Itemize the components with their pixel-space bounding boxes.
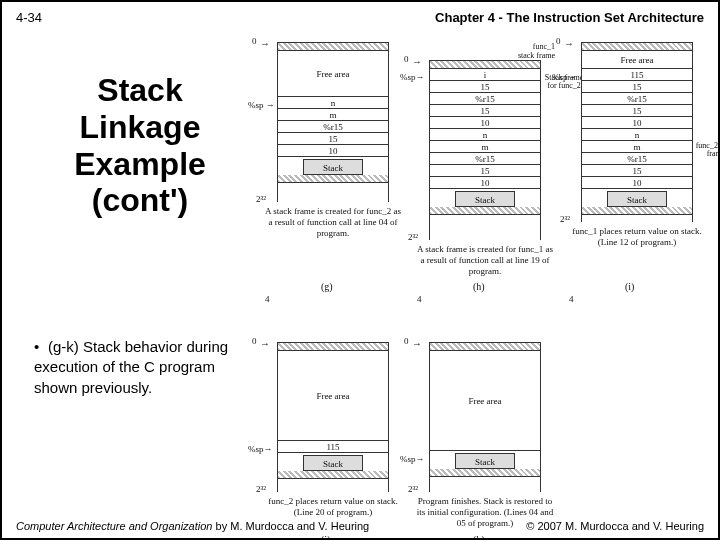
frame-top-label: func_1 stack frame bbox=[415, 42, 555, 60]
panel-i: 0 Free area %sp→ 115 15 %r15 15 10 n m %… bbox=[567, 42, 707, 326]
stack-label: Stack bbox=[455, 453, 515, 469]
stack-cell: 15 bbox=[430, 81, 540, 93]
zero-label: 0 bbox=[556, 36, 561, 46]
stack-cell: 15 bbox=[582, 105, 692, 117]
stack-cell: 10 bbox=[278, 145, 388, 157]
four-label: 4 bbox=[265, 294, 270, 304]
stack-cell: m bbox=[582, 141, 692, 153]
sp-label: %sp→ bbox=[400, 454, 425, 464]
two32-label: 2³² bbox=[408, 232, 418, 242]
caption-i: func_1 places return value on stack. (Li… bbox=[567, 226, 707, 248]
arrow-icon bbox=[260, 338, 270, 349]
caption-h: A stack frame is created for func_1 as a… bbox=[415, 244, 555, 276]
chapter-title: Chapter 4 - The Instruction Set Architec… bbox=[435, 10, 704, 25]
stack-cell: m bbox=[430, 141, 540, 153]
fig-id: (k) bbox=[473, 534, 485, 540]
stack-label: Stack bbox=[607, 191, 667, 207]
stack-label: Stack bbox=[455, 191, 515, 207]
stack-cell: 15 bbox=[278, 133, 388, 145]
stack-cell: 115 bbox=[278, 441, 388, 453]
stack-cell: %r15 bbox=[278, 121, 388, 133]
arrow-icon bbox=[564, 38, 574, 49]
four-label: 4 bbox=[417, 294, 422, 304]
free-area: Free area bbox=[278, 351, 388, 441]
caption-g: A stack frame is created for func_2 as a… bbox=[263, 206, 403, 238]
panel-h: func_1 stack frame 0 %sp→ Stack frame fo… bbox=[415, 42, 555, 326]
fig-id: (g) bbox=[321, 281, 333, 292]
stack-label: Stack bbox=[303, 159, 363, 175]
bullet-content: (g-k) Stack behavior during execution of… bbox=[34, 338, 228, 396]
stack-cell: m bbox=[278, 109, 388, 121]
stack-cell: %r15 bbox=[430, 153, 540, 165]
caption-j: func_2 places return value on stack. (Li… bbox=[263, 496, 403, 518]
panel-g: 0 Free area %sp → n m %r15 15 10 Stack 2… bbox=[263, 42, 403, 326]
stack-cell: 10 bbox=[430, 177, 540, 189]
stack-cell: 10 bbox=[430, 117, 540, 129]
stack-cell: 10 bbox=[582, 117, 692, 129]
stack-cell: n bbox=[430, 129, 540, 141]
sp-label: %sp→ bbox=[552, 72, 577, 82]
fig-id: (j) bbox=[321, 534, 330, 540]
zero-label: 0 bbox=[252, 336, 257, 346]
four-label: 4 bbox=[569, 294, 574, 304]
stack-cell: 15 bbox=[430, 105, 540, 117]
sp-label: %sp→ bbox=[400, 72, 425, 82]
figure-area: 0 Free area %sp → n m %r15 15 10 Stack 2… bbox=[262, 42, 708, 498]
panel-k: 0 Free area %sp→ Stack 2³² 4 (k) Program… bbox=[415, 342, 555, 540]
sp-label: %sp→ bbox=[248, 444, 273, 454]
panel-j: 0 Free area %sp→ 115 Stack 2³² 4 (j) fun… bbox=[263, 342, 403, 540]
two32-label: 2³² bbox=[560, 214, 570, 224]
slide-title: Stack Linkage Example (cont') bbox=[40, 72, 240, 219]
caption-k: Program finishes. Stack is restored to i… bbox=[415, 496, 555, 528]
zero-label: 0 bbox=[252, 36, 257, 46]
bracket-label: func_2 stack frame bbox=[694, 142, 720, 159]
stack-cell: i bbox=[430, 69, 540, 81]
stack-cell: 15 bbox=[430, 165, 540, 177]
free-area: Free area bbox=[582, 51, 692, 69]
stack-cell: 15 bbox=[582, 81, 692, 93]
stack-label: Stack bbox=[303, 455, 363, 471]
book-title: Computer Architecture and Organization bbox=[16, 520, 212, 532]
bullet-text: •(g-k) Stack behavior during execution o… bbox=[34, 337, 244, 398]
stack-cell: %r15 bbox=[430, 93, 540, 105]
stack-cell: n bbox=[278, 97, 388, 109]
stack-cell: 15 bbox=[582, 165, 692, 177]
fig-id: (h) bbox=[473, 281, 485, 292]
zero-label: 0 bbox=[404, 336, 409, 346]
free-area: Free area bbox=[430, 351, 540, 451]
two32-label: 2³² bbox=[408, 484, 418, 494]
two32-label: 2³² bbox=[256, 194, 266, 204]
stack-cell: %r15 bbox=[582, 153, 692, 165]
sp-label: %sp → bbox=[248, 100, 275, 110]
free-area: Free area bbox=[278, 51, 388, 97]
arrow-icon bbox=[412, 338, 422, 349]
stack-cell: %r15 bbox=[582, 93, 692, 105]
stack-cell: 115 bbox=[582, 69, 692, 81]
zero-label: 0 bbox=[404, 54, 409, 64]
two32-label: 2³² bbox=[256, 484, 266, 494]
stack-cell: n bbox=[582, 129, 692, 141]
arrow-icon bbox=[260, 38, 270, 49]
arrow-icon bbox=[412, 56, 422, 67]
spacer bbox=[567, 342, 707, 540]
page-number: 4-34 bbox=[16, 10, 42, 25]
stack-cell: 10 bbox=[582, 177, 692, 189]
fig-id: (i) bbox=[625, 281, 634, 292]
